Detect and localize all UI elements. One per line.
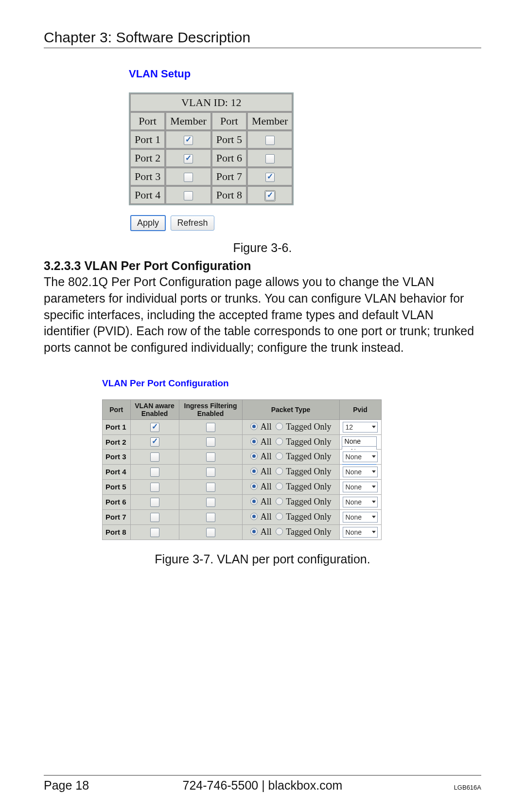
vlan-aware-checkbox[interactable] (150, 437, 159, 447)
col-ingress: Ingress Filtering Enabled (179, 399, 242, 419)
member-checkbox[interactable] (265, 136, 275, 145)
member-checkbox[interactable] (184, 191, 193, 200)
packet-tagged-label: Tagged Only (286, 512, 331, 522)
body-paragraph: The 802.1Q Per Port Configuration page a… (44, 274, 481, 356)
pvid-select[interactable]: None (343, 527, 378, 538)
packet-tagged-radio[interactable] (276, 423, 283, 430)
figure-vlan-per-port: VLAN Per Port Configuration Port VLAN aw… (102, 378, 481, 540)
vlan-aware-checkbox[interactable] (150, 498, 159, 507)
packet-tagged-radio[interactable] (276, 528, 283, 535)
port-label: Port 5 (211, 130, 247, 149)
col-port: Port (211, 112, 247, 130)
vlan-aware-checkbox[interactable] (150, 468, 159, 477)
port-label: Port 4 (103, 464, 131, 479)
member-checkbox[interactable] (265, 154, 275, 163)
packet-tagged-radio[interactable] (276, 468, 283, 475)
packet-tagged-label: Tagged Only (286, 467, 331, 476)
port-label: Port 3 (103, 449, 131, 464)
vlan-aware-checkbox[interactable] (150, 528, 159, 537)
packet-all-radio[interactable] (250, 513, 258, 520)
vlan-setup-heading: VLAN Setup (129, 68, 481, 80)
member-checkbox[interactable] (184, 154, 193, 163)
refresh-button[interactable]: Refresh (171, 216, 214, 231)
figure1-caption: Figure 3-6. (44, 241, 481, 255)
packet-all-label: All (261, 467, 272, 476)
packet-all-radio[interactable] (250, 468, 258, 475)
col-member: Member (165, 112, 211, 130)
member-checkbox[interactable] (184, 173, 193, 182)
port-label: Port 8 (211, 186, 247, 204)
port-label: Port 1 (130, 130, 165, 149)
port-label: Port 1 (103, 419, 131, 434)
packet-tagged-label: Tagged Only (286, 437, 331, 447)
member-checkbox[interactable] (265, 173, 275, 182)
packet-tagged-radio[interactable] (276, 438, 283, 445)
figure2-caption: Figure 3-7. VLAN per port configuration. (44, 552, 481, 566)
vlan-setup-table: VLAN ID: 12 Port Member Port Member Port… (129, 92, 294, 205)
ingress-filter-checkbox[interactable] (206, 468, 215, 477)
vlan-aware-checkbox[interactable] (150, 452, 159, 462)
port-label: Port 3 (130, 167, 165, 186)
chevron-down-icon (372, 455, 376, 458)
chevron-down-icon (372, 531, 376, 533)
vlan-per-port-heading: VLAN Per Port Configuration (102, 378, 481, 389)
port-label: Port 6 (211, 149, 247, 167)
packet-tagged-radio[interactable] (276, 498, 283, 505)
pvid-select[interactable]: None (343, 482, 378, 492)
footer-contact: 724-746-5500 | blackbox.com (44, 778, 481, 793)
packet-all-label: All (261, 451, 272, 461)
chevron-down-icon (372, 486, 376, 488)
col-port: Port (103, 399, 131, 419)
packet-all-label: All (261, 437, 272, 447)
vlan-aware-checkbox[interactable] (150, 513, 159, 522)
packet-all-radio[interactable] (250, 438, 258, 445)
chevron-down-icon (372, 501, 376, 503)
vlan-aware-checkbox[interactable] (150, 483, 159, 492)
ingress-filter-checkbox[interactable] (206, 437, 215, 447)
port-label: Port 7 (211, 167, 247, 186)
packet-all-radio[interactable] (250, 423, 258, 430)
vlan-id-header: VLAN ID: 12 (130, 93, 293, 112)
pvid-select[interactable]: None (343, 467, 378, 477)
ingress-filter-checkbox[interactable] (206, 513, 215, 522)
ingress-filter-checkbox[interactable] (206, 528, 215, 537)
col-member: Member (247, 112, 293, 130)
chevron-down-icon (372, 426, 376, 428)
packet-all-label: All (261, 512, 272, 522)
ingress-filter-checkbox[interactable] (206, 498, 215, 507)
packet-tagged-radio[interactable] (276, 483, 283, 490)
port-label: Port 6 (103, 494, 131, 509)
port-label: Port 8 (103, 524, 131, 540)
ingress-filter-checkbox[interactable] (206, 483, 215, 492)
pvid-select[interactable]: None (343, 497, 378, 507)
packet-all-label: All (261, 482, 272, 491)
packet-all-label: All (261, 527, 272, 537)
packet-all-label: All (261, 422, 272, 432)
packet-all-radio[interactable] (250, 483, 258, 490)
packet-tagged-label: Tagged Only (286, 451, 331, 461)
pvid-select[interactable]: None (343, 451, 378, 462)
packet-all-radio[interactable] (250, 452, 258, 460)
member-checkbox[interactable] (265, 191, 275, 200)
col-vlan-aware: VLAN aware Enabled (130, 399, 179, 419)
packet-tagged-radio[interactable] (276, 513, 283, 520)
packet-all-radio[interactable] (250, 528, 258, 535)
port-label: Port 2 (103, 434, 131, 449)
ingress-filter-checkbox[interactable] (206, 452, 215, 462)
ingress-filter-checkbox[interactable] (206, 423, 215, 432)
port-label: Port 4 (130, 186, 165, 204)
packet-all-radio[interactable] (250, 498, 258, 505)
member-checkbox[interactable] (184, 136, 193, 145)
pvid-select[interactable]: 12 (343, 422, 378, 433)
apply-button[interactable]: Apply (130, 215, 166, 231)
page-footer: Page 18 724-746-5500 | blackbox.com LGB6… (44, 775, 481, 793)
figure-vlan-setup: VLAN Setup VLAN ID: 12 Port Member Port … (129, 68, 481, 231)
vlan-aware-checkbox[interactable] (150, 423, 159, 432)
packet-tagged-radio[interactable] (276, 452, 283, 460)
packet-tagged-label: Tagged Only (286, 482, 331, 491)
packet-tagged-label: Tagged Only (286, 527, 331, 537)
pvid-select[interactable]: None (343, 512, 378, 523)
packet-tagged-label: Tagged Only (286, 422, 331, 432)
port-label: Port 2 (130, 149, 165, 167)
col-packet-type: Packet Type (242, 399, 339, 419)
